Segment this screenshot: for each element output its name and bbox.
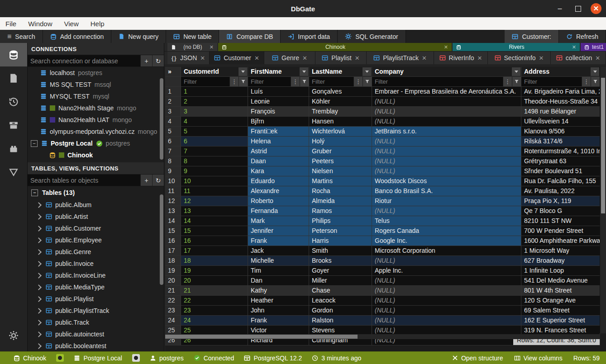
cell-firstname[interactable]: Daan <box>248 156 309 166</box>
cell-address[interactable]: 700 W Pender Street <box>521 226 600 236</box>
cell-address[interactable]: 1600 Amphitheatre Parkway <box>521 236 600 246</box>
cell-company[interactable]: (NULL) <box>372 256 521 266</box>
chevron-right-icon[interactable] <box>36 331 42 337</box>
connection-item-postgre-local[interactable]: −Postgre Localpostgres <box>28 137 164 149</box>
cell-customerid[interactable]: 2 <box>181 97 248 107</box>
cell-lastname[interactable]: Rocha <box>309 186 372 196</box>
cell-lastname[interactable]: Harris <box>309 236 372 246</box>
row-number[interactable]: 13 <box>165 206 181 216</box>
collapse-icon[interactable]: − <box>31 189 38 196</box>
cell-company[interactable]: (NULL) <box>372 156 521 166</box>
cell-address[interactable]: 541 Del Medio Avenue <box>521 276 600 286</box>
filter-menu-icon[interactable]: ⋮ <box>291 77 300 86</box>
table-item-public-track[interactable]: public.Track <box>28 317 164 328</box>
filter-icon[interactable] <box>0 161 27 184</box>
close-icon[interactable]: ✕ <box>302 55 307 61</box>
cell-customerid[interactable]: 13 <box>181 206 248 216</box>
cell-firstname[interactable]: Roberto <box>248 196 309 206</box>
cell-company[interactable]: (NULL) <box>372 166 521 176</box>
cell-lastname[interactable]: Miller <box>309 276 372 286</box>
status-item-view-columns[interactable]: View columns <box>514 355 563 362</box>
cell-customerid[interactable]: 23 <box>181 306 248 316</box>
cell-address[interactable]: 801 W 4th Street <box>521 286 600 296</box>
chevron-right-icon[interactable] <box>36 320 42 326</box>
cell-company[interactable]: (NULL) <box>372 316 521 326</box>
cell-lastname[interactable]: Tremblay <box>309 107 372 117</box>
toolbar-button-sql-generator[interactable]: SQL Generator <box>338 30 406 43</box>
cell-company[interactable]: (NULL) <box>372 137 521 147</box>
menu-item-file[interactable]: File <box>5 20 16 28</box>
row-number[interactable]: 22 <box>165 296 181 306</box>
cell-address[interactable]: Rotenturmstraße 4, 1010 Innere Stadt <box>521 147 600 156</box>
cell-company[interactable]: Microsoft Corporation <box>372 246 521 256</box>
connection-item-localhost[interactable]: localhostpostgres <box>28 67 164 79</box>
cell-firstname[interactable]: François <box>248 107 309 117</box>
cell-lastname[interactable]: Almeida <box>309 196 372 206</box>
cell-company[interactable]: Embraer - Empresa Brasileira de Aeronáut… <box>372 87 521 97</box>
table-item-public-playlisttrack[interactable]: public.PlaylistTrack <box>28 305 164 317</box>
tab-playlist[interactable]: Playlist✕ <box>315 52 367 64</box>
cell-address[interactable]: 1 Infinite Loop <box>521 266 600 276</box>
row-number[interactable]: 12 <box>165 196 181 206</box>
table-item-public-invoice[interactable]: public.Invoice <box>28 258 164 269</box>
column-header-address[interactable]: Address <box>521 67 600 77</box>
chevron-right-icon[interactable] <box>36 214 42 220</box>
cell-address[interactable]: UllevÍlsveien 14 <box>521 117 600 127</box>
menu-item-view[interactable]: View <box>64 20 79 28</box>
row-number[interactable]: 23 <box>165 306 181 316</box>
cell-customerid[interactable]: 12 <box>181 196 248 206</box>
cell-company[interactable]: (NULL) <box>372 117 521 127</box>
cell-address[interactable]: 69 Salem Street <box>521 306 600 316</box>
cell-lastname[interactable]: Brooks <box>309 256 372 266</box>
row-number[interactable]: 7 <box>165 147 181 156</box>
toolbar-button-search[interactable]: ≡Search <box>0 30 43 43</box>
tab-sectioninfo[interactable]: SectionInfo✕ <box>488 52 551 64</box>
refresh-tables-icon[interactable]: ↻ <box>152 175 164 186</box>
connection-item-chinook[interactable]: Chinook <box>28 149 164 161</box>
column-menu-icon[interactable] <box>300 67 308 76</box>
column-menu-icon[interactable] <box>512 67 520 76</box>
cell-address[interactable]: 8210 111 ST NW <box>521 216 600 226</box>
cell-customerid[interactable]: 6 <box>181 137 248 147</box>
tab-collection[interactable]: collection✕ <box>551 52 606 64</box>
cell-lastname[interactable]: Gonçalves <box>309 87 372 97</box>
status-item-postgresql-12-2[interactable]: PostgreSQL 12.2 <box>244 355 302 362</box>
cell-address[interactable]: Rilská 3174/6 <box>521 137 600 147</box>
row-number[interactable]: 9 <box>165 166 181 176</box>
status-item-3-minutes-ago[interactable]: 3 minutes ago <box>312 355 361 362</box>
chevron-right-icon[interactable] <box>36 343 42 349</box>
add-connection-icon[interactable]: + <box>140 55 152 66</box>
cell-customerid[interactable]: 18 <box>181 256 248 266</box>
row-number[interactable]: 5 <box>165 127 181 137</box>
file-icon[interactable] <box>0 66 27 90</box>
close-icon[interactable]: ✕ <box>444 44 448 50</box>
cell-company[interactable]: Riotur <box>372 196 521 206</box>
close-icon[interactable]: ✕ <box>355 55 360 61</box>
cell-firstname[interactable]: Fernanda <box>248 206 309 216</box>
row-number[interactable]: 3 <box>165 107 181 117</box>
cell-customerid[interactable]: 21 <box>181 286 248 296</box>
column-header-company[interactable]: Company <box>372 67 521 77</box>
cell-company[interactable]: (NULL) <box>372 306 521 316</box>
row-number[interactable]: 21 <box>165 286 181 296</box>
toolbar-button-add-connection[interactable]: Add connection <box>43 30 112 43</box>
column-header-lastname[interactable]: LastName <box>309 67 372 77</box>
filter-menu-icon[interactable]: ⋮ <box>229 77 239 86</box>
row-number[interactable]: 19 <box>165 266 181 276</box>
cell-firstname[interactable]: Michelle <box>248 256 309 266</box>
cell-customerid[interactable]: 19 <box>181 266 248 276</box>
row-number[interactable]: 16 <box>165 236 181 246</box>
menu-item-help[interactable]: Help <box>91 20 105 28</box>
cell-firstname[interactable]: Kara <box>248 166 309 176</box>
database-tab-test1[interactable]: test1✕ <box>581 43 606 51</box>
cell-lastname[interactable]: Peeters <box>309 156 372 166</box>
cell-lastname[interactable]: Chase <box>309 286 372 296</box>
cell-firstname[interactable]: Kathy <box>248 286 309 296</box>
cell-customerid[interactable]: 3 <box>181 107 248 117</box>
chevron-right-icon[interactable] <box>36 249 42 255</box>
cell-firstname[interactable]: Alexandre <box>248 186 309 196</box>
close-icon[interactable]: ✕ <box>539 55 544 61</box>
database-tab-rivers[interactable]: Rivers✕ <box>453 43 580 51</box>
toolbar-button-import-data[interactable]: Import data <box>281 30 338 43</box>
cell-customerid[interactable]: 11 <box>181 186 248 196</box>
